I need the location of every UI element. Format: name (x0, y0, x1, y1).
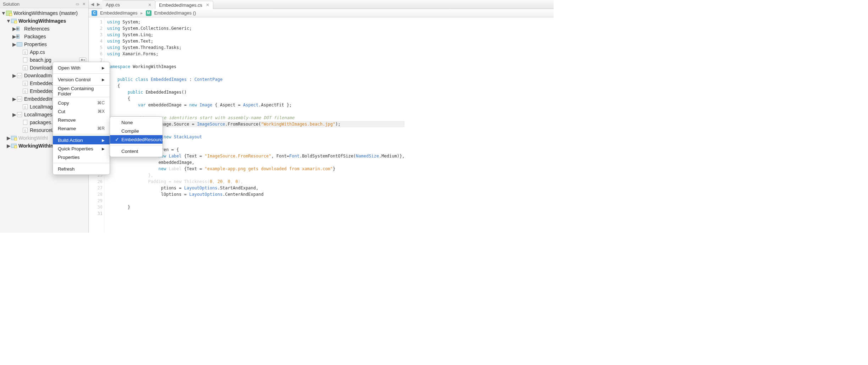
csharp-file-icon: {} (23, 128, 28, 133)
csharp-file-icon: {} (23, 89, 28, 94)
file-icon (23, 57, 27, 62)
submenu-compile[interactable]: Compile (110, 127, 163, 135)
menu-properties[interactable]: Properties (53, 153, 110, 161)
chevron-right-icon: ▸ (141, 10, 143, 16)
chevron-right-icon[interactable]: ▶ (12, 112, 16, 117)
gear-icon: ✸ (16, 34, 19, 39)
menu-separator (53, 134, 110, 134)
context-menu: Open With▶ Version Control▶ Open Contain… (53, 62, 110, 175)
tree-label: Packages (24, 34, 46, 39)
xaml-file-icon: <> (17, 96, 22, 101)
menu-rename[interactable]: Rename⌘R (53, 124, 110, 133)
panel-title: Solution (3, 1, 20, 7)
file-icon (23, 120, 27, 125)
tab-label: App.cs (106, 2, 120, 7)
chevron-down-icon[interactable]: ▼ (1, 10, 6, 16)
tab-embeddedimages[interactable]: EmbeddedImages.cs ✕ (155, 1, 213, 9)
chevron-right-icon: ▶ (102, 66, 105, 70)
tree-label: App.cs (30, 49, 45, 55)
menu-separator (53, 163, 110, 163)
breadcrumb-class[interactable]: EmbeddedImages (100, 10, 138, 16)
gear-icon: ✸▾ (81, 58, 85, 62)
chevron-down-icon[interactable]: ▼ (6, 18, 11, 24)
class-badge-icon: C (92, 10, 97, 16)
chevron-right-icon[interactable]: ▶ (12, 96, 16, 102)
tree-label: WorkingWithI (18, 135, 48, 141)
menu-separator (110, 145, 163, 145)
tab-appcs[interactable]: App.cs ✕ (102, 0, 155, 9)
menu-open-containing[interactable]: Open Containing Folder (53, 87, 110, 95)
check-icon: ✓ (115, 137, 119, 142)
xaml-file-icon: <> (17, 112, 22, 117)
menu-open-with[interactable]: Open With▶ (53, 63, 110, 72)
csharp-file-icon: {} (23, 104, 28, 109)
tree-file-appcs[interactable]: {} App.cs (0, 48, 88, 56)
method-badge-icon: M (146, 10, 152, 16)
menu-refresh[interactable]: Refresh (53, 165, 110, 173)
tree-solution-root[interactable]: ▼ WorkingWithImages (master) (0, 9, 88, 17)
submenu-content[interactable]: Content (110, 147, 163, 155)
menu-version-control[interactable]: Version Control▶ (53, 75, 110, 84)
tree-label: EmbeddedIm (24, 96, 54, 102)
menu-copy[interactable]: Copy⌘C (53, 99, 110, 107)
tree-project[interactable]: ▼ WorkingWithImages (0, 17, 88, 25)
build-action-submenu: None Compile ✓EmbeddedResource Content (110, 116, 163, 157)
tree-references[interactable]: ▶ ✸ References (0, 25, 88, 33)
folder-icon (17, 42, 22, 46)
project-icon (11, 136, 17, 140)
tree-packages[interactable]: ▶ ✸ Packages (0, 33, 88, 40)
chevron-right-icon: ▶ (102, 138, 105, 142)
menu-build-action[interactable]: Build Action▶ (53, 136, 110, 144)
csharp-file-icon: {} (23, 50, 28, 55)
panel-dock-icon[interactable]: ▭ (75, 1, 80, 6)
panel-close-icon[interactable]: ✕ (81, 1, 86, 6)
tree-label: References (24, 26, 50, 32)
xaml-file-icon: <> (17, 73, 22, 78)
nav-forward-icon[interactable]: ▶ (97, 2, 100, 7)
chevron-right-icon: ▶ (102, 147, 105, 151)
chevron-right-icon[interactable]: ▶ (12, 42, 16, 47)
menu-cut[interactable]: Cut⌘X (53, 107, 110, 116)
tree-label: beach.jpg (30, 57, 51, 63)
chevron-right-icon: ▶ (102, 78, 105, 82)
tab-label: EmbeddedImages.cs (159, 2, 202, 8)
menu-separator (53, 73, 110, 74)
submenu-embedded-resource[interactable]: ✓EmbeddedResource (110, 135, 163, 144)
breadcrumb: C EmbeddedImages ▸ M EmbeddedImages () (89, 9, 554, 17)
submenu-none[interactable]: None (110, 118, 163, 127)
project-icon (11, 19, 17, 23)
tab-bar: ◀ ▶ App.cs ✕ EmbeddedImages.cs ✕ (89, 0, 554, 9)
chevron-right-icon[interactable]: ▶ (6, 135, 11, 141)
close-icon[interactable]: ✕ (148, 2, 152, 7)
tree-label: WorkingWithImages (18, 18, 66, 24)
gear-icon: ✸ (16, 27, 19, 31)
close-icon[interactable]: ✕ (206, 2, 209, 7)
csharp-file-icon: {} (23, 65, 28, 70)
tree-label: WorkingWithImages (master) (13, 10, 78, 16)
project-icon (11, 144, 17, 148)
breadcrumb-method[interactable]: EmbeddedImages () (154, 10, 196, 16)
tree-properties-folder[interactable]: ▶ Properties (0, 40, 88, 48)
csharp-file-icon: {} (23, 81, 28, 86)
menu-separator (53, 85, 110, 85)
menu-remove[interactable]: Remove (53, 116, 110, 124)
menu-separator (53, 97, 110, 97)
chevron-right-icon[interactable]: ▶ (6, 143, 11, 149)
nav-back-icon[interactable]: ◀ (91, 2, 94, 7)
tree-label: DownloadIm (24, 73, 52, 78)
panel-header: Solution ▭ ✕ (0, 0, 88, 8)
solution-icon (6, 11, 12, 16)
chevron-right-icon[interactable]: ▶ (12, 73, 16, 78)
menu-quick-properties[interactable]: Quick Properties▶ (53, 144, 110, 153)
tree-label: LocalImages (24, 112, 52, 117)
tree-label: Properties (24, 42, 47, 47)
